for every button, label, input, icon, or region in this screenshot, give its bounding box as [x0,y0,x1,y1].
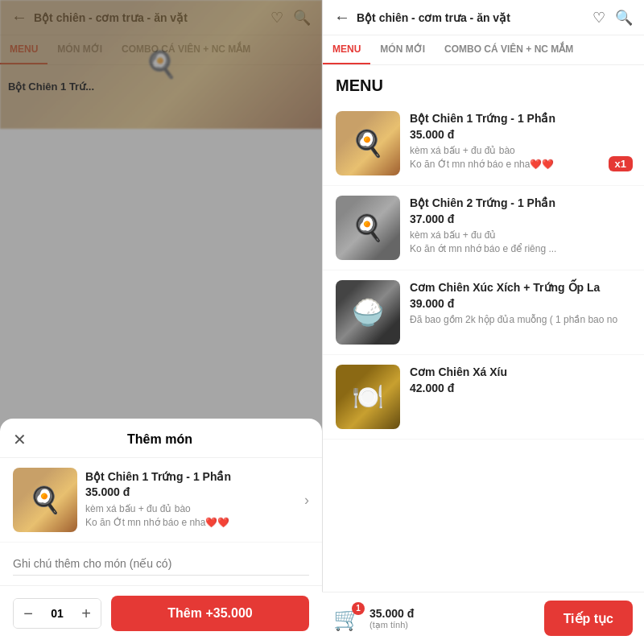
menu-item-3-icon: 🍚 [336,280,400,345]
menu-item-2[interactable]: 🍳 Bột Chiên 2 Trứng - 1 Phần 37.000 đ kè… [323,186,644,270]
sheet-item-name: Bột Chiên 1 Trứng - 1 Phần [85,470,296,483]
menu-item-1-info: Bột Chiên 1 Trứng - 1 Phần 35.000 đ kèm … [400,111,631,171]
add-to-cart-button[interactable]: Thêm +35.000 [111,596,309,631]
continue-button[interactable]: Tiếp tục [544,601,633,636]
cart-price-wrap: 35.000 đ (tạm tính) [369,607,414,630]
right-header-title: Bột chiên - cơm trưa - ăn vặt [357,11,586,24]
right-tab-mon-moi[interactable]: MÓN MỚI [370,35,435,64]
menu-item-4-price: 42.000 đ [410,382,631,394]
menu-item-4-info: Cơm Chiên Xá Xíu 42.000 đ [400,365,631,398]
sheet-item-food-icon: 🍳 [13,468,77,532]
right-tabs: MENU MÓN MỚI COMBO CÁ VIÊN + NC MẮM [323,35,644,65]
menu-item-4-name: Cơm Chiên Xá Xíu [410,365,631,379]
cart-price: 35.000 đ [369,607,414,620]
note-input[interactable] [13,552,309,576]
sheet-item-row: 🍳 Bột Chiên 1 Trứng - 1 Phần 35.000 đ kè… [0,458,322,543]
menu-item-1-badge: x1 [609,156,633,171]
menu-item-3-image: 🍚 [336,280,400,345]
sheet-header: ✕ Thêm món [0,419,322,458]
right-search-icon[interactable]: 🔍 [615,9,633,27]
menu-item-2-image: 🍳 [336,196,400,260]
menu-item-1-icon: 🍳 [336,111,400,175]
quantity-plus-button[interactable]: + [72,599,101,628]
sheet-bottom-bar: − 01 + Thêm +35.000 [0,586,322,644]
cart-icon-wrapper[interactable]: 🛒 1 [333,605,361,632]
right-heart-icon[interactable]: ♡ [592,9,605,27]
quantity-control: − 01 + [13,598,101,629]
menu-item-3-desc: Đã bao gồm 2k hộp đủa muỗng ( 1 phần bao… [410,313,631,327]
menu-item-2-price: 37.000 đ [410,213,631,225]
menu-item-1-desc: kèm xá bấu + đu đủ bàoKo ăn Ớt mn nhớ bá… [410,144,631,171]
menu-item-1-price: 35.000 đ [410,128,631,141]
sheet-item-image: 🍳 [13,468,77,532]
menu-item-3-name: Cơm Chiên Xúc Xích + Trứng Ốp La [410,280,631,295]
quantity-minus-button[interactable]: − [14,599,43,628]
menu-item-3-info: Cơm Chiên Xúc Xích + Trứng Ốp La 39.000 … [400,280,631,327]
right-header: ← Bột chiên - cơm trưa - ăn vặt ♡ 🔍 [323,0,644,35]
sheet-item-desc-line1: kèm xá bấu + đu đủ bào [85,502,296,516]
menu-item-1[interactable]: 🍳 Bột Chiên 1 Trứng - 1 Phần 35.000 đ kè… [323,101,644,186]
menu-item-3-price: 39.000 đ [410,297,631,310]
menu-list: 🍳 Bột Chiên 1 Trứng - 1 Phần 35.000 đ kè… [323,101,644,644]
menu-item-4[interactable]: 🍽️ Cơm Chiên Xá Xíu 42.000 đ [323,355,644,440]
right-tab-menu[interactable]: MENU [323,35,370,64]
menu-item-4-icon: 🍽️ [336,365,400,429]
right-tab-combo[interactable]: COMBO CÁ VIÊN + NC MẮM [435,35,583,64]
menu-item-1-name: Bột Chiên 1 Trứng - 1 Phần [410,111,631,126]
cart-note: (tạm tính) [369,620,414,630]
right-bottom-bar: 🛒 1 35.000 đ (tạm tính) Tiếp tục [322,592,644,644]
menu-item-3[interactable]: 🍚 Cơm Chiên Xúc Xích + Trứng Ốp La 39.00… [323,270,644,355]
cart-badge: 1 [352,602,365,615]
note-section [0,543,322,586]
menu-item-2-desc: kèm xá bấu + đu đủKo ăn ớt mn nhớ báo e … [410,229,631,256]
menu-item-4-image: 🍽️ [336,365,400,429]
sheet-item-arrow-icon[interactable]: › [304,492,309,509]
right-panel: ← Bột chiên - cơm trưa - ăn vặt ♡ 🔍 MENU… [322,0,644,644]
sheet-close-button[interactable]: ✕ [13,430,27,449]
right-header-icons: ♡ 🔍 [592,9,633,27]
menu-item-2-icon: 🍳 [336,196,400,260]
menu-item-2-info: Bột Chiên 2 Trứng - 1 Phần 37.000 đ kèm … [400,196,631,256]
quantity-value: 01 [43,607,72,620]
menu-item-1-image: 🍳 [336,111,400,175]
left-panel: ← Bột chiên - cơm trưa - ăn vặt ♡ 🔍 MENU… [0,0,322,644]
menu-item-2-name: Bột Chiên 2 Trứng - 1 Phần [410,196,631,210]
sheet-title: Thêm món [33,432,287,447]
bottom-sheet: ✕ Thêm món 🍳 Bột Chiên 1 Trứng - 1 Phần … [0,419,322,644]
right-back-button[interactable]: ← [334,8,350,27]
sheet-item-desc-line2: Ko ăn Ớt mn nhớ báo e nha❤️❤️ [85,516,296,530]
sheet-item-info: Bột Chiên 1 Trứng - 1 Phần 35.000 đ kèm … [77,470,304,530]
menu-section-label: MENU [323,65,644,101]
sheet-item-price: 35.000 đ [85,485,296,498]
